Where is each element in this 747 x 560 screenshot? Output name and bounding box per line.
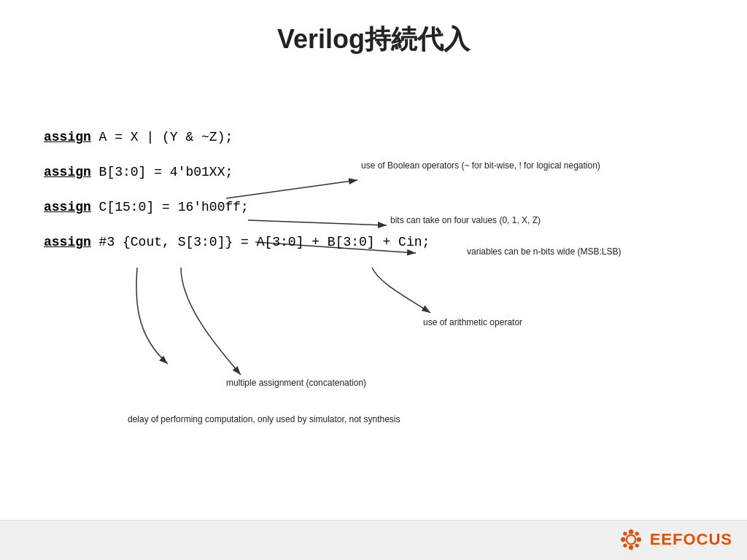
svg-point-9 (636, 537, 640, 542)
code-rest-2: B[3:0] = 4'b01XX; (91, 165, 233, 179)
annotation-arithmetic-op: use of arithmetic operator (423, 316, 522, 329)
title: Verilog持続代入 (0, 0, 747, 72)
code-line-1: assign A = X | (Y & ~Z); (44, 131, 430, 144)
annotation-boolean-ops: use of Boolean operators (~ for bit-wise… (361, 160, 600, 172)
code-rest-1: A = X | (Y & ~Z); (91, 130, 233, 144)
annotation-n-bits-wide: variables can be n-bits wide (MSB:LSB) (467, 246, 621, 258)
annotation-multiple-assign: multiple assignment (concatenation) (226, 377, 366, 389)
eefocus-logo-icon (618, 526, 644, 553)
keyword-assign-4: assign (44, 235, 91, 249)
code-block: assign A = X | (Y & ~Z); assign B[3:0] =… (44, 131, 430, 271)
bottom-bar: EEFOCUS (0, 520, 747, 560)
svg-point-12 (623, 543, 627, 547)
svg-point-6 (628, 529, 632, 534)
code-rest-4: #3 {Cout, S[3:0]} = A[3:0] + B[3:0] + Ci… (91, 235, 430, 249)
code-line-3: assign C[15:0] = 16'h00ff; (44, 201, 430, 214)
svg-point-7 (628, 545, 632, 550)
svg-point-5 (626, 535, 635, 545)
code-line-4: assign #3 {Cout, S[3:0]} = A[3:0] + B[3:… (44, 236, 430, 249)
keyword-assign-2: assign (44, 165, 91, 179)
logo-text: EEFOCUS (650, 530, 732, 549)
annotation-bits-four-values: bits can take on four values (0, 1, X, Z… (390, 214, 541, 227)
keyword-assign-1: assign (44, 130, 91, 144)
logo-area: EEFOCUS (618, 526, 732, 553)
annotation-delay-note: delay of performing computation, only us… (128, 413, 400, 426)
svg-point-10 (623, 532, 627, 535)
keyword-assign-3: assign (44, 200, 91, 214)
code-rest-3: C[15:0] = 16'h00ff; (91, 200, 249, 214)
svg-point-8 (621, 537, 625, 542)
svg-point-11 (635, 532, 638, 535)
svg-point-13 (635, 543, 638, 547)
